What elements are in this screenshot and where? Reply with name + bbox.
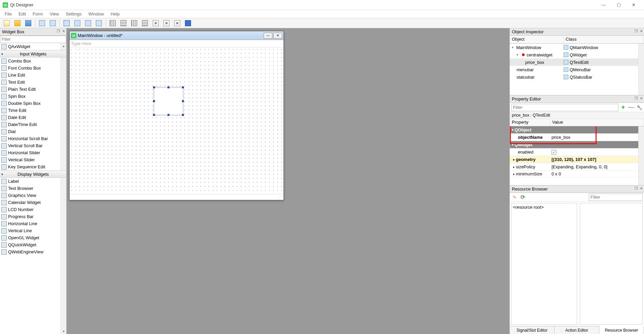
form-menubar[interactable]: Type Here xyxy=(70,40,283,47)
widget-item-lcd-number[interactable]: LCD Number xyxy=(0,206,66,213)
oi-row-menubar[interactable]: menubarQMenuBar xyxy=(510,66,644,73)
prop-group-QWidget[interactable]: ▾QWidget xyxy=(510,141,644,149)
resize-handle-lc[interactable] xyxy=(153,100,155,102)
dock-close-icon[interactable]: ✕ xyxy=(639,96,643,100)
maximize-button[interactable]: ▢ xyxy=(611,0,626,10)
form-canvas[interactable] xyxy=(70,47,283,194)
resize-handle-tc[interactable] xyxy=(167,86,169,88)
close-button[interactable]: ✕ xyxy=(626,0,641,10)
edit-widgets-button[interactable] xyxy=(62,19,72,28)
widget-item-horizontal-line[interactable]: Horizontal Line xyxy=(0,220,66,227)
expander-icon[interactable]: ▾ xyxy=(512,46,515,49)
widget-category-display-widgets[interactable]: ▾Display Widgets xyxy=(0,170,66,178)
layout-vert-splitter-button[interactable] xyxy=(140,19,150,28)
property-filter-input[interactable] xyxy=(511,104,618,111)
widget-category-input-widgets[interactable]: ▾Input Widgets xyxy=(0,50,66,57)
open-file-button[interactable] xyxy=(12,19,23,28)
expander-icon[interactable]: ▾ xyxy=(517,53,520,56)
layout-vert-button[interactable] xyxy=(118,19,128,28)
send-back-button[interactable] xyxy=(37,19,47,28)
oi-row-statusbar[interactable]: statusbarQStatusBar xyxy=(510,73,644,81)
restore-icon[interactable]: ❐ xyxy=(634,96,638,100)
widget-item-opengl-widget[interactable]: OpenGL Widget xyxy=(0,234,66,241)
resize-grip-icon[interactable]: ⋰ xyxy=(278,195,282,199)
scroll-down-icon[interactable]: ▾ xyxy=(61,328,66,334)
widget-item-vertical-slider[interactable]: Vertical Slider xyxy=(0,156,66,163)
resize-handle-bc[interactable] xyxy=(167,114,169,116)
checkbox-icon[interactable]: ✓ xyxy=(552,150,556,155)
scroll-up-icon[interactable]: ▴ xyxy=(61,43,66,49)
widget-item-plain-text-edit[interactable]: Plain Text Edit xyxy=(0,86,66,93)
resize-handle-bl[interactable] xyxy=(153,114,155,116)
form-titlebar[interactable]: Qt MainWindow - untitled* — ✕ xyxy=(70,31,283,40)
tab-signal-slot-editor[interactable]: Signal/Slot Editor xyxy=(510,326,555,334)
menu-help[interactable]: Help xyxy=(107,10,123,18)
widget-item-progress-bar[interactable]: Progress Bar xyxy=(0,213,66,220)
oi-scrollbar[interactable] xyxy=(638,44,644,95)
adjust-size-button[interactable] xyxy=(183,19,193,28)
widget-item-label[interactable]: Label xyxy=(0,178,66,185)
resource-filter-input[interactable] xyxy=(589,194,643,201)
prop-row-objectName[interactable]: objectNameprice_box xyxy=(510,134,644,141)
dock-close-icon[interactable]: ✕ xyxy=(61,29,66,33)
layout-horiz-button[interactable] xyxy=(108,19,118,28)
resize-handle-br[interactable] xyxy=(182,114,184,116)
widget-item-combo-box[interactable]: Combo Box xyxy=(0,57,66,65)
prop-group-QObject[interactable]: ▾QObject xyxy=(510,126,644,134)
widget-box-filter-input[interactable] xyxy=(0,36,66,43)
minimize-button[interactable]: — xyxy=(596,0,611,10)
new-file-button[interactable] xyxy=(2,19,12,28)
prop-row-geometry[interactable]: ▸geometry[(310, 120), 107 x 107] xyxy=(510,156,644,163)
oi-row-centralwidget[interactable]: ▾centralwidgetQWidget xyxy=(510,51,644,58)
oi-col-object[interactable]: Object xyxy=(510,36,564,43)
edit-resources-icon[interactable]: ✎ xyxy=(511,194,518,201)
widget-item-line-edit[interactable]: Line Edit xyxy=(0,72,66,79)
dock-close-icon[interactable]: ✕ xyxy=(639,29,643,33)
form-close-icon[interactable]: ✕ xyxy=(273,33,282,39)
form-window[interactable]: Qt MainWindow - untitled* — ✕ Type Here xyxy=(69,31,284,200)
widget-item-horizontal-scroll-bar[interactable]: Horizontal Scroll Bar xyxy=(0,135,66,142)
tab-action-editor[interactable]: Action Editor xyxy=(555,326,599,334)
reload-resources-icon[interactable]: ⟳ xyxy=(519,194,526,201)
prop-row-minimumSize[interactable]: ▸minimumSize0 x 0 xyxy=(510,171,644,177)
dock-close-icon[interactable]: ✕ xyxy=(639,186,643,191)
oi-row-price_box[interactable]: price_boxQTextEdit xyxy=(510,58,644,66)
prop-row-enabled[interactable]: enabled✓ xyxy=(510,149,644,156)
widget-item-spin-box[interactable]: Spin Box xyxy=(0,93,66,100)
bring-front-button[interactable] xyxy=(48,19,58,28)
widget-item-qwebengineview[interactable]: QWebEngineView xyxy=(0,248,66,255)
menu-form[interactable]: Form xyxy=(29,10,46,18)
widget-list-scrollbar[interactable]: ▴ ▾ xyxy=(61,43,66,334)
type-here-placeholder[interactable]: Type Here xyxy=(71,41,91,46)
object-inspector-header[interactable]: Object Class xyxy=(510,36,644,44)
oi-row-MainWindow[interactable]: ▾MainWindowQMainWindow xyxy=(510,44,644,51)
layout-horiz-splitter-button[interactable] xyxy=(129,19,139,28)
prop-row-sizePolicy[interactable]: ▸sizePolicy[Expanding, Expanding, 0, 0] xyxy=(510,163,644,171)
widget-item-graphics-view[interactable]: Graphics View xyxy=(0,192,66,199)
selected-widget-price-box[interactable] xyxy=(154,87,183,115)
resize-handle-rc[interactable] xyxy=(182,100,184,102)
widget-item-date-edit[interactable]: Date Edit xyxy=(0,114,66,121)
widget-list[interactable]: ▴ ▾ QAxWidget▾Input WidgetsCombo BoxFont… xyxy=(0,43,66,334)
menu-edit[interactable]: Edit xyxy=(15,10,29,18)
widget-item-horizontal-slider[interactable]: Horizontal Slider xyxy=(0,149,66,156)
property-editor-body[interactable]: ▾QObjectobjectNameprice_box▾QWidgetenabl… xyxy=(510,126,644,185)
expander-icon[interactable]: ▸ xyxy=(513,172,515,176)
restore-icon[interactable]: ❐ xyxy=(634,29,638,33)
property-editor-header[interactable]: Property Value xyxy=(510,119,644,126)
resource-browser-title[interactable]: Resource Browser ❐ ✕ xyxy=(510,185,644,193)
add-dynamic-property-icon[interactable]: + xyxy=(620,104,627,111)
widget-box-title[interactable]: Widget Box ❐ ✕ xyxy=(0,28,66,36)
widget-item-time-edit[interactable]: Time Edit xyxy=(0,107,66,114)
edit-buddies-button[interactable] xyxy=(83,19,93,28)
tab-resource-browser[interactable]: Resource Browser xyxy=(599,326,644,334)
menu-settings[interactable]: Settings xyxy=(63,10,85,18)
expander-icon[interactable]: ▸ xyxy=(513,165,515,169)
widget-item-dial[interactable]: Dial xyxy=(0,128,66,135)
menu-window[interactable]: Window xyxy=(85,10,107,18)
layout-form-button[interactable] xyxy=(161,19,172,28)
widget-item-double-spin-box[interactable]: Double Spin Box xyxy=(0,100,66,107)
restore-icon[interactable]: ❐ xyxy=(56,29,61,33)
prop-col-property[interactable]: Property xyxy=(510,119,550,126)
widget-item-text-browser[interactable]: Text Browser xyxy=(0,185,66,192)
